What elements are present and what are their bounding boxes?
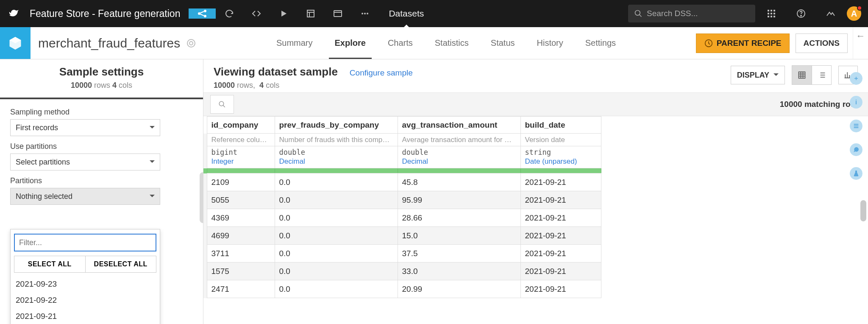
deselect-all-button[interactable]: DESELECT ALL	[86, 256, 157, 273]
partitions-filter-input[interactable]	[14, 234, 156, 251]
table-row[interactable]: 5055 0.0 95.99 2021-09-21	[203, 191, 601, 209]
tab-explore[interactable]: Explore	[324, 27, 377, 59]
col-header[interactable]: avg_transaction_amount	[398, 117, 520, 134]
svg-point-7	[367, 13, 368, 14]
svg-rect-23	[799, 72, 805, 78]
tab-summary[interactable]: Summary	[265, 27, 324, 59]
col-header[interactable]: build_date	[520, 117, 601, 134]
vertical-scrollbar[interactable]	[860, 200, 866, 221]
col-header[interactable]: id_company	[207, 117, 275, 134]
cell-id-company: 3711	[207, 245, 275, 263]
configure-sample-link[interactable]: Configure sample	[350, 68, 413, 78]
parent-recipe-label: PARENT RECIPE	[717, 39, 782, 48]
data-table-wrap[interactable]: id_company prev_frauds_by_company avg_tr…	[203, 116, 868, 324]
cell-avg-amount: 37.5	[398, 245, 520, 263]
cell-build-date: 2021-09-21	[520, 209, 601, 227]
info-panel-icon[interactable]: i	[850, 96, 862, 109]
table-row[interactable]: 4369 0.0 28.66 2021-09-21	[203, 209, 601, 227]
cell-prev-frauds: 0.0	[275, 209, 398, 227]
tab-charts[interactable]: Charts	[377, 27, 424, 59]
dashboard-icon[interactable]	[297, 8, 324, 19]
svg-rect-12	[768, 13, 769, 14]
right-rail: ＋ i	[847, 72, 865, 180]
target-icon[interactable]	[186, 38, 196, 48]
partitions-dropdown: SELECT ALL DESELECT ALL 2021-09-23 2021-…	[10, 229, 160, 324]
code-icon[interactable]	[243, 8, 270, 19]
col-meaning[interactable]: Decimal	[279, 157, 393, 166]
cell-build-date: 2021-09-21	[520, 227, 601, 245]
more-icon[interactable]	[351, 8, 378, 19]
col-desc: Average transaction amount for …	[398, 134, 520, 146]
col-desc: Reference colu…	[207, 134, 275, 146]
avatar[interactable]: A	[847, 6, 861, 21]
table-row[interactable]: 4699 0.0 15.0 2021-09-21	[203, 227, 601, 245]
actions-button[interactable]: ACTIONS	[796, 34, 848, 53]
svg-point-20	[187, 39, 195, 47]
column-search-button[interactable]	[210, 95, 234, 114]
chevron-down-icon	[773, 73, 779, 78]
partition-option[interactable]: 2021-09-23	[14, 276, 156, 292]
sidebar-cols-count: 4	[112, 81, 117, 89]
right-collapse-strip[interactable]: ←	[853, 27, 868, 59]
sampling-method-value: First records	[16, 123, 58, 132]
flow-icon[interactable]	[189, 8, 216, 19]
add-panel-icon[interactable]: ＋	[850, 72, 862, 85]
webapp-icon[interactable]	[324, 8, 351, 19]
col-meaning[interactable]: Decimal	[402, 157, 516, 166]
tab-status[interactable]: Status	[480, 27, 526, 59]
partitions-select[interactable]: Nothing selected	[10, 188, 160, 205]
display-button[interactable]: DISPLAY	[731, 66, 785, 84]
svg-rect-15	[768, 16, 769, 17]
explore-stats: 10000 rows, 4 cols	[214, 81, 413, 90]
col-meaning[interactable]: Integer	[211, 157, 270, 166]
svg-point-19	[801, 15, 801, 16]
apps-grid-icon[interactable]	[758, 8, 785, 19]
logo-bird-icon[interactable]	[0, 8, 27, 19]
play-icon[interactable]	[270, 8, 297, 19]
col-header[interactable]: prev_frauds_by_company	[275, 117, 398, 134]
cell-prev-frauds: 0.0	[275, 280, 398, 298]
help-icon[interactable]	[787, 8, 815, 19]
table-row[interactable]: 2471 0.0 20.99 2021-09-21	[203, 280, 601, 298]
avatar-letter: A	[851, 9, 857, 19]
svg-point-6	[364, 13, 366, 14]
tab-history[interactable]: History	[526, 27, 574, 59]
svg-rect-16	[771, 16, 772, 17]
sampling-method-select[interactable]: First records	[10, 119, 160, 136]
parent-recipe-button[interactable]: PARENT RECIPE	[696, 34, 790, 53]
data-table: id_company prev_frauds_by_company avg_tr…	[203, 116, 601, 298]
discussions-icon[interactable]	[850, 143, 862, 156]
sidebar-title: Sample settings	[0, 65, 203, 78]
use-partitions-select[interactable]: Select partitions	[10, 154, 160, 170]
partition-option[interactable]: 2021-09-22	[14, 292, 156, 308]
global-search[interactable]: Search DSS...	[628, 5, 755, 22]
table-row[interactable]: 3711 0.0 37.5 2021-09-21	[203, 245, 601, 263]
cell-id-company: 1575	[207, 263, 275, 280]
table-row[interactable]: 1575 0.0 33.0 2021-09-21	[203, 263, 601, 280]
explore-title: Viewing dataset sample	[214, 65, 338, 78]
actions-label: ACTIONS	[804, 39, 840, 48]
activity-icon[interactable]	[817, 8, 844, 19]
cell-avg-amount: 28.66	[398, 209, 520, 227]
search-placeholder: Search DSS...	[647, 9, 698, 18]
table-view-icon[interactable]	[792, 66, 812, 84]
project-name[interactable]: Feature Store - Feature generation	[27, 8, 189, 20]
circle-arrows-icon[interactable]	[216, 8, 243, 19]
cell-avg-amount: 95.99	[398, 191, 520, 209]
svg-rect-14	[773, 13, 775, 14]
cell-id-company: 2109	[207, 173, 275, 191]
lab-icon[interactable]	[850, 167, 862, 180]
select-all-button[interactable]: SELECT ALL	[14, 256, 86, 273]
schema-panel-icon[interactable]	[850, 120, 862, 132]
col-desc: Version date	[520, 134, 601, 146]
table-row[interactable]: 2109 0.0 45.8 2021-09-21	[203, 173, 601, 191]
breadcrumb-datasets[interactable]: Datasets	[378, 0, 434, 27]
tab-statistics[interactable]: Statistics	[424, 27, 480, 59]
list-view-icon[interactable]	[812, 66, 831, 84]
tab-settings[interactable]: Settings	[574, 27, 627, 59]
col-meaning[interactable]: Date (unparsed)	[525, 157, 597, 166]
chevron-left-icon: ←	[856, 31, 865, 42]
sampling-method-label: Sampling method	[10, 108, 193, 117]
view-mode-toggle	[792, 65, 832, 85]
partition-option[interactable]: 2021-09-21	[14, 308, 156, 324]
